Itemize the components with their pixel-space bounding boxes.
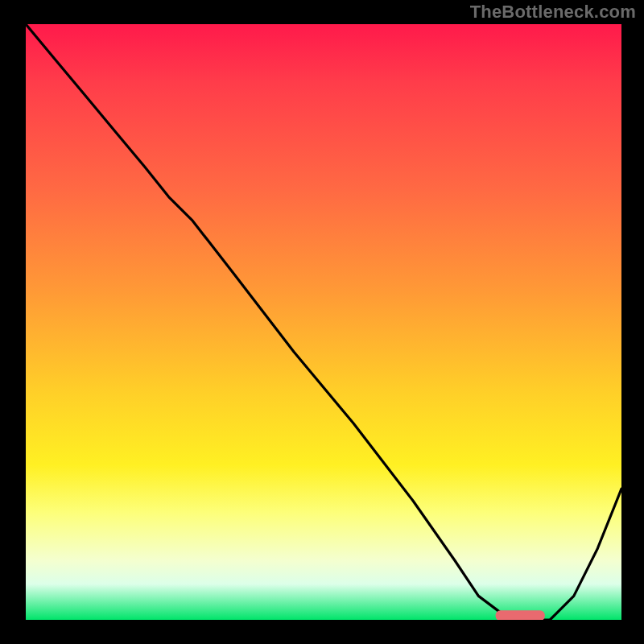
optimal-range-marker [497,611,544,620]
chart-overlay [26,24,621,620]
chart-frame: TheBottleneck.com [0,0,644,644]
bottleneck-curve [26,24,621,620]
plot-area [26,24,621,620]
watermark-text: TheBottleneck.com [470,2,636,23]
